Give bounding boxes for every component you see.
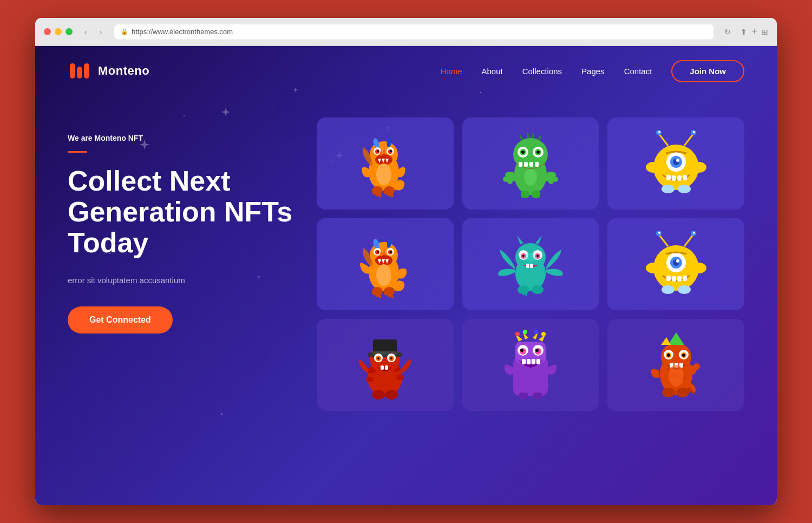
svg-point-78 [377,251,379,253]
svg-point-174 [667,354,670,357]
svg-rect-161 [533,393,542,399]
svg-rect-111 [666,276,671,281]
logo-area: Monteno [68,59,149,83]
traffic-lights [44,28,73,35]
svg-rect-34 [519,162,522,167]
browser-actions: ⬆ + ⊞ [741,26,768,37]
minimize-button[interactable] [55,28,62,35]
svg-rect-93 [526,264,529,268]
nft-card-8[interactable] [462,319,599,411]
svg-point-117 [662,285,675,294]
address-bar[interactable]: 🔒 https://www.electronthemes.com [114,24,715,40]
svg-rect-2 [84,63,89,79]
svg-marker-168 [668,332,684,345]
svg-line-51 [684,134,693,146]
svg-point-19 [376,164,391,185]
svg-rect-0 [70,63,75,79]
svg-rect-159 [536,359,540,364]
get-connected-button[interactable]: Get Connected [68,306,173,334]
orange-dragon-2-icon [352,229,417,299]
svg-rect-137 [385,365,388,370]
svg-marker-169 [661,337,671,345]
svg-point-57 [676,159,679,162]
svg-point-180 [662,388,675,397]
svg-point-154 [520,349,523,352]
maximize-button[interactable] [66,28,73,35]
refresh-button[interactable]: ↻ [721,25,734,38]
svg-point-50 [658,131,660,133]
nft-card-3[interactable] [607,117,744,210]
nft-card-9[interactable] [607,319,744,411]
orange-dragon-icon [352,128,417,199]
svg-rect-112 [672,276,676,282]
svg-line-104 [684,234,693,246]
svg-point-135 [390,357,392,359]
svg-point-16 [390,150,392,152]
hero-description: error sit voluptatem accusantium [68,274,295,287]
svg-point-40 [507,179,513,184]
nft-card-2[interactable] [462,117,599,210]
svg-point-149 [541,332,546,336]
nav-collections[interactable]: Collections [522,67,562,76]
nav-contact[interactable]: Contact [624,67,652,76]
green-monster-icon [498,128,563,199]
svg-point-65 [678,185,691,193]
svg-marker-24 [520,134,523,140]
svg-point-116 [691,263,706,273]
yellow-cyclops-2-icon [644,229,709,299]
svg-rect-36 [529,162,533,167]
svg-point-15 [377,150,379,152]
close-button[interactable] [44,28,51,35]
website-content: Monteno Home About Collections Pages Con… [35,46,777,505]
svg-rect-59 [672,175,676,181]
svg-rect-156 [522,359,526,364]
svg-point-82 [376,264,391,286]
svg-point-175 [682,354,685,357]
browser-chrome: ‹ › 🔒 https://www.electronthemes.com ↻ ⬆… [35,18,777,46]
nft-card-5[interactable] [462,218,599,310]
nav-about[interactable]: About [482,67,503,76]
browser-window: ‹ › 🔒 https://www.electronthemes.com ↻ ⬆… [35,18,777,505]
join-now-button[interactable]: Join Now [671,60,744,82]
svg-marker-27 [538,134,541,140]
nft-card-7[interactable] [317,319,454,411]
svg-point-118 [678,285,691,294]
logo-text: Monteno [98,64,149,78]
svg-point-124 [396,375,404,380]
svg-point-182 [669,365,684,387]
nft-card-4[interactable] [317,218,454,310]
svg-point-125 [366,377,374,382]
svg-point-146 [515,332,520,336]
svg-point-110 [676,259,679,263]
svg-marker-26 [531,131,534,138]
teal-bat-icon [495,229,566,299]
svg-line-48 [659,134,668,146]
new-tab-icon[interactable]: + [751,26,757,37]
hero-underline [68,151,87,153]
svg-rect-37 [535,162,539,167]
red-horned-icon [644,330,709,400]
svg-rect-113 [677,276,682,282]
nav-arrows: ‹ › [79,25,107,38]
svg-point-53 [693,131,695,133]
svg-point-99 [532,285,543,294]
grid-icon[interactable]: ⊞ [762,28,768,36]
svg-marker-95 [517,236,523,244]
back-arrow[interactable]: ‹ [79,25,92,38]
svg-point-139 [385,390,398,400]
forward-arrow[interactable]: › [94,25,107,38]
svg-rect-60 [677,175,682,181]
hero-section: We are Monteno NFT Collect Next Generati… [35,96,777,411]
nft-card-1[interactable] [317,117,454,210]
nft-card-6[interactable] [607,218,744,310]
svg-point-148 [534,330,538,334]
svg-point-33 [536,151,540,154]
nav-pages[interactable]: Pages [581,67,605,76]
hero-subtitle: We are Monteno NFT [68,134,295,142]
svg-point-138 [372,390,385,400]
share-icon[interactable]: ⬆ [741,28,747,36]
svg-point-181 [676,388,689,397]
svg-rect-114 [683,276,687,281]
nav-home[interactable]: Home [440,67,462,76]
svg-point-115 [646,263,661,273]
